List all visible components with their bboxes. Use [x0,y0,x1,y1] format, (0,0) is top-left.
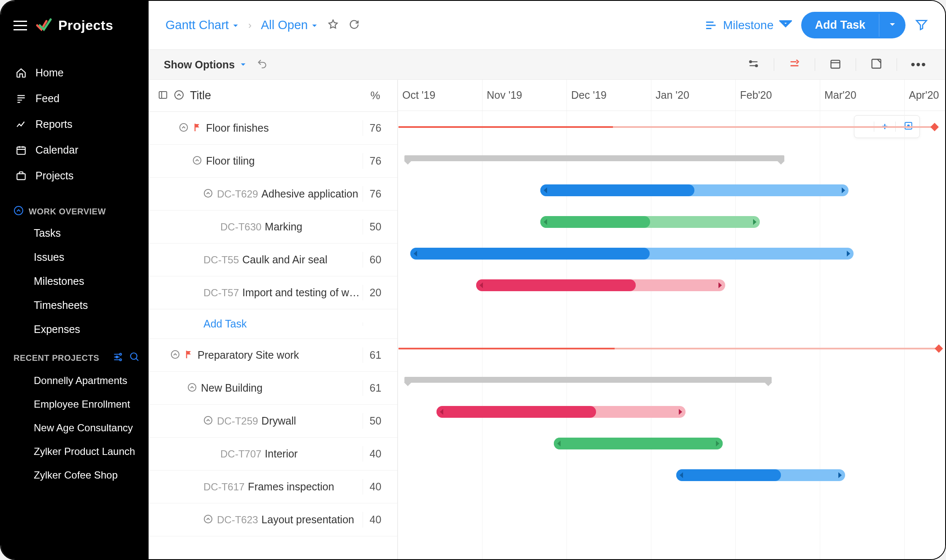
breadcrumb-filter[interactable]: All Open [261,18,318,32]
tasklist-bar[interactable] [404,155,784,161]
timeline-row [398,333,945,364]
task-bar[interactable] [554,438,723,449]
calendar-view-icon[interactable] [825,58,846,71]
hamburger-icon[interactable] [14,21,27,30]
breadcrumb-gantt[interactable]: Gantt Chart [165,18,239,32]
tasklist-bar[interactable] [404,377,772,383]
view-icon-2[interactable] [784,58,805,71]
task-pct: 40 [363,512,388,528]
columns-icon[interactable] [158,90,168,102]
collapse-all-icon[interactable] [174,90,184,102]
task-row[interactable]: DC-T629Adhesive application76 [149,178,397,211]
collapse-icon[interactable] [203,189,213,200]
milestone-bar[interactable] [398,126,935,128]
svg-point-3 [119,353,121,355]
task-row[interactable]: DC-T57Import and testing of woo..20 [149,276,397,309]
task-bar[interactable] [540,216,760,228]
add-task-label: Add Task [801,12,879,38]
task-row[interactable]: Preparatory Site work61 [149,339,397,372]
task-row[interactable]: DC-T707Interior40 [149,438,397,471]
month-header: Oct '19 [398,80,482,111]
brand-text: Projects [58,18,113,33]
sub-nav-timesheets[interactable]: Timesheets [1,293,149,317]
milestone-dropdown[interactable]: Milestone [705,17,792,33]
star-icon[interactable] [327,19,339,32]
timeline-row [398,174,945,206]
sub-nav-milestones[interactable]: Milestones [1,269,149,293]
task-id: DC-T55 [203,254,239,266]
recent-item[interactable]: Zylker Cofee Shop [1,463,149,487]
task-bar[interactable] [436,406,686,418]
gantt-list-header: Title % [149,80,397,112]
task-bar[interactable] [476,279,725,291]
search-icon[interactable] [129,352,140,365]
task-row[interactable]: DC-T630Marking50 [149,211,397,243]
add-task-link[interactable]: Add Task [203,318,363,330]
collapse-icon[interactable] [187,383,197,394]
collapse-icon[interactable] [192,156,202,167]
show-options[interactable]: Show Options [164,59,247,71]
caret-down-icon [311,18,318,32]
brand[interactable]: Projects [35,15,113,35]
task-row[interactable]: DC-T623Layout presentation40 [149,503,397,536]
recent-item[interactable]: New Age Consultancy [1,416,149,440]
nav-feed[interactable]: Feed [1,86,149,111]
sub-nav-expenses[interactable]: Expenses [1,317,149,341]
timeline-row [398,238,945,269]
recent-item[interactable]: Zylker Product Launch [1,440,149,463]
add-task-button[interactable]: Add Task [801,12,905,38]
task-row[interactable]: Floor finishes76 [149,112,397,145]
task-row[interactable]: Floor tiling76 [149,145,397,178]
fullscreen-icon[interactable] [866,58,886,71]
pct-column-header: % [363,89,388,102]
task-bar[interactable] [540,184,848,196]
collapse-icon[interactable] [179,123,188,134]
separator [897,58,897,71]
collapse-icon[interactable] [171,350,180,361]
nav-home[interactable]: Home [1,60,149,86]
task-bar[interactable] [676,469,845,481]
task-row[interactable]: DC-T617Frames inspection40 [149,471,397,503]
milestone-flag-icon [192,122,203,134]
view-icon-1[interactable] [743,58,764,71]
task-id: DC-T623 [217,514,258,526]
add-task-dropdown[interactable] [879,14,905,37]
task-row[interactable]: DC-T55Caulk and Air seal60 [149,243,397,276]
svg-point-18 [204,416,212,424]
undo-icon[interactable] [257,58,268,71]
svg-point-14 [193,156,201,164]
task-id: DC-T259 [217,415,258,427]
nav-projects[interactable]: Projects [1,163,149,189]
sidebar: Projects Home Feed Reports Calendar [1,1,149,559]
task-bar[interactable] [410,248,854,260]
svg-point-19 [204,515,212,522]
calendar-icon [15,144,27,156]
collapse-icon[interactable] [203,514,213,525]
collapse-icon[interactable] [203,416,213,427]
timeline-body[interactable]: − + [398,111,945,559]
sub-nav-issues[interactable]: Issues [1,245,149,269]
nav-calendar[interactable]: Calendar [1,137,149,163]
task-name: New Building [201,382,363,394]
task-row[interactable]: Add Task [149,309,397,339]
options-bar: Show Options ••• [149,49,945,80]
settings-icon[interactable] [112,352,123,365]
recent-item[interactable]: Donnelly Apartments [1,369,149,392]
refresh-icon[interactable] [348,19,360,32]
separator [815,58,815,71]
timeline-row [398,396,945,427]
separator [774,58,774,71]
task-row[interactable]: DC-T259Drywall50 [149,405,397,438]
milestone-bar[interactable] [398,348,939,349]
nav-label: Feed [35,92,60,105]
recent-item[interactable]: Employee Enrollment [1,392,149,416]
filter-icon[interactable] [915,18,928,33]
sub-nav-tasks[interactable]: Tasks [1,221,149,245]
nav-reports[interactable]: Reports [1,111,149,137]
task-id: DC-T630 [220,221,261,233]
task-row[interactable]: New Building61 [149,372,397,405]
task-pct: 40 [363,479,388,495]
task-id: DC-T707 [220,448,261,460]
work-overview-header[interactable]: WORK OVERVIEW [1,197,149,221]
more-icon[interactable]: ••• [907,57,930,72]
